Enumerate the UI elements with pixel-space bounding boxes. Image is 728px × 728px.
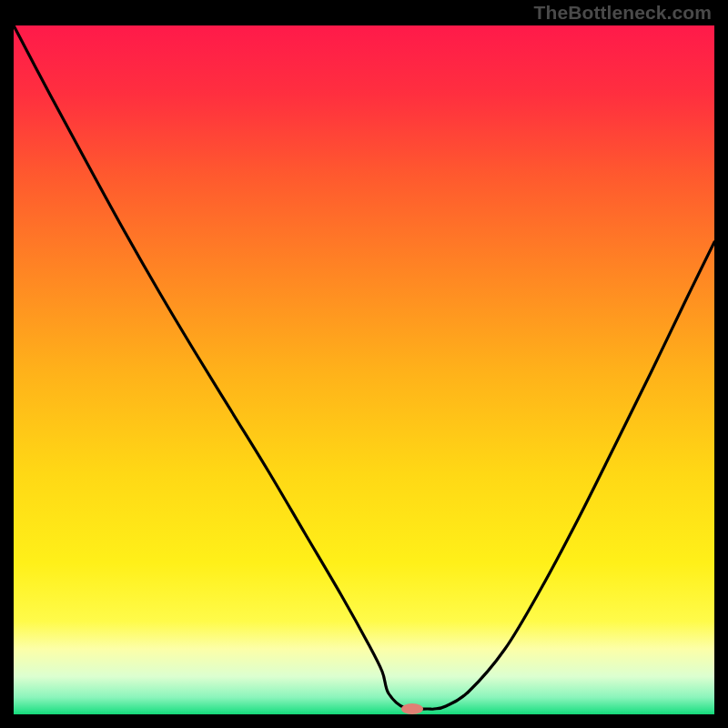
bottleneck-chart <box>14 25 714 714</box>
optimal-marker <box>401 703 423 714</box>
watermark-text: TheBottleneck.com <box>534 2 712 24</box>
chart-background <box>14 25 714 714</box>
chart-frame <box>14 25 714 714</box>
